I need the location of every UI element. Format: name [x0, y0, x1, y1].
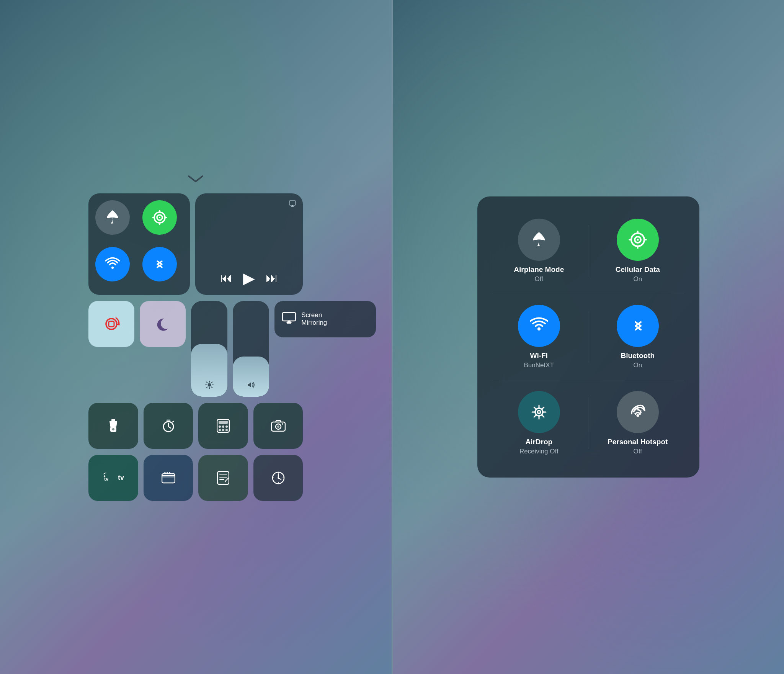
svg-line-17: [206, 387, 207, 388]
fast-forward-button[interactable]: ⏭: [266, 272, 278, 284]
apps-row: tv ✦ tv: [88, 455, 303, 501]
second-row: ScreenMirroring: [88, 301, 303, 397]
svg-line-18: [211, 382, 212, 383]
chevron-icon: [88, 173, 303, 186]
notes-button[interactable]: [198, 455, 248, 501]
wifi-title: Wi-Fi: [530, 352, 548, 360]
cellular-data-title: Cellular Data: [616, 265, 660, 274]
camera-button[interactable]: [253, 403, 303, 449]
svg-point-53: [637, 239, 639, 241]
media-tile[interactable]: ⏮ ▶ ⏭: [195, 193, 303, 295]
personal-hotspot-subtitle: Off: [634, 448, 642, 455]
svg-point-31: [225, 429, 228, 431]
play-button[interactable]: ▶: [243, 270, 255, 286]
svg-line-16: [211, 387, 212, 388]
rewind-button[interactable]: ⏮: [220, 272, 232, 284]
bluetooth-circle: [617, 305, 659, 347]
svg-point-61: [538, 412, 539, 413]
personal-hotspot-circle: [617, 391, 659, 433]
brightness-icon: [205, 381, 214, 391]
screen-mirroring-button[interactable]: ScreenMirroring: [274, 301, 376, 337]
svg-point-26: [219, 425, 221, 428]
svg-point-7: [111, 267, 114, 269]
wifi-subtitle: BunNetXT: [524, 362, 554, 369]
bluetooth-item[interactable]: Bluetooth On: [588, 294, 687, 380]
media-controls: ⏮ ▶ ⏭: [195, 261, 303, 295]
wallet-button[interactable]: [144, 455, 193, 501]
brightness-slider[interactable]: [191, 301, 227, 397]
svg-point-8: [106, 319, 117, 329]
airplane-mode-subtitle: Off: [535, 275, 543, 283]
do-not-disturb-button[interactable]: [140, 301, 186, 347]
calculator-button[interactable]: [198, 403, 248, 449]
airdrop-subtitle: Receiving Off: [519, 448, 559, 455]
svg-point-29: [219, 429, 221, 431]
sliders-container: [191, 301, 269, 397]
connectivity-tile[interactable]: [88, 193, 190, 295]
svg-rect-38: [162, 474, 175, 483]
svg-point-10: [207, 383, 211, 386]
volume-icon: [247, 381, 256, 391]
right-panel: Airplane Mode Off Cellular Data: [393, 0, 784, 674]
connectivity-expanded: Airplane Mode Off Cellular Data: [477, 196, 699, 478]
svg-rect-25: [219, 421, 228, 424]
airplay-icon: [288, 200, 297, 210]
svg-point-28: [225, 425, 228, 428]
control-center: ⏮ ▶ ⏭: [88, 173, 303, 501]
wifi-button[interactable]: [95, 247, 130, 281]
flashlight-button[interactable]: [88, 403, 138, 449]
wifi-circle: [518, 305, 560, 347]
cellular-data-circle: [617, 219, 659, 261]
svg-text:✦: ✦: [103, 474, 106, 478]
airplane-mode-button[interactable]: [95, 200, 130, 235]
svg-rect-20: [111, 419, 115, 421]
svg-rect-19: [283, 312, 296, 321]
cellular-data-subtitle: On: [633, 275, 642, 283]
airdrop-circle: [518, 391, 560, 433]
cellular-data-button[interactable]: [142, 200, 177, 235]
top-row: ⏮ ▶ ⏭: [88, 193, 303, 295]
svg-point-22: [112, 428, 114, 430]
svg-point-27: [222, 425, 224, 428]
airplane-mode-item[interactable]: Airplane Mode Off: [490, 208, 588, 294]
airplane-mode-title: Airplane Mode: [514, 265, 564, 274]
bluetooth-subtitle: On: [633, 362, 642, 369]
bluetooth-button[interactable]: [142, 247, 177, 281]
svg-point-35: [282, 423, 283, 425]
svg-point-30: [222, 429, 224, 431]
svg-point-2: [159, 217, 160, 218]
screen-mirroring-icon: [282, 312, 296, 326]
expanded-grid: Airplane Mode Off Cellular Data: [490, 208, 687, 466]
personal-hotspot-title: Personal Hotspot: [608, 438, 668, 446]
airdrop-item[interactable]: AirDrop Receiving Off: [490, 380, 588, 466]
wifi-item[interactable]: Wi-Fi BunNetXT: [490, 294, 588, 380]
bluetooth-title: Bluetooth: [621, 352, 655, 360]
apple-tv-button[interactable]: tv ✦ tv: [88, 455, 138, 501]
svg-rect-41: [217, 471, 229, 484]
lock-rotation-button[interactable]: [88, 301, 134, 347]
cellular-data-item[interactable]: Cellular Data On: [588, 208, 687, 294]
airplane-mode-circle: [518, 219, 560, 261]
left-panel: ⏮ ▶ ⏭: [0, 0, 392, 674]
svg-point-34: [277, 425, 279, 428]
svg-point-58: [537, 327, 541, 330]
timer-button[interactable]: [144, 403, 193, 449]
personal-hotspot-item[interactable]: Personal Hotspot Off: [588, 380, 687, 466]
clock-button[interactable]: [253, 455, 303, 501]
airdrop-title: AirDrop: [525, 438, 552, 446]
volume-slider[interactable]: [233, 301, 269, 397]
svg-point-46: [278, 477, 279, 479]
svg-rect-9: [109, 321, 114, 327]
screen-mirroring-label: ScreenMirroring: [301, 311, 327, 327]
svg-line-15: [206, 382, 207, 383]
utility-row: [88, 403, 303, 449]
